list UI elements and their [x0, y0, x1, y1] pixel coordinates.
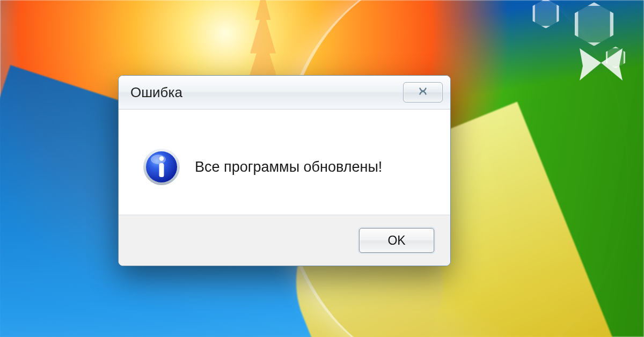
- ok-button[interactable]: OK: [359, 228, 434, 253]
- close-button[interactable]: [403, 82, 443, 102]
- info-icon: [142, 148, 181, 186]
- wallpaper-butterfly: [580, 48, 623, 80]
- dialog-body: Все программы обновлены!: [119, 109, 450, 215]
- svg-point-3: [159, 156, 164, 160]
- close-icon: [417, 85, 429, 99]
- dialog-message: Все программы обновлены!: [195, 159, 382, 175]
- dialog-titlebar[interactable]: Ошибка: [119, 76, 450, 109]
- dialog-footer: OK: [119, 215, 450, 266]
- error-dialog: Ошибка: [118, 75, 451, 266]
- dialog-title: Ошибка: [130, 84, 182, 101]
- svg-rect-4: [159, 163, 164, 177]
